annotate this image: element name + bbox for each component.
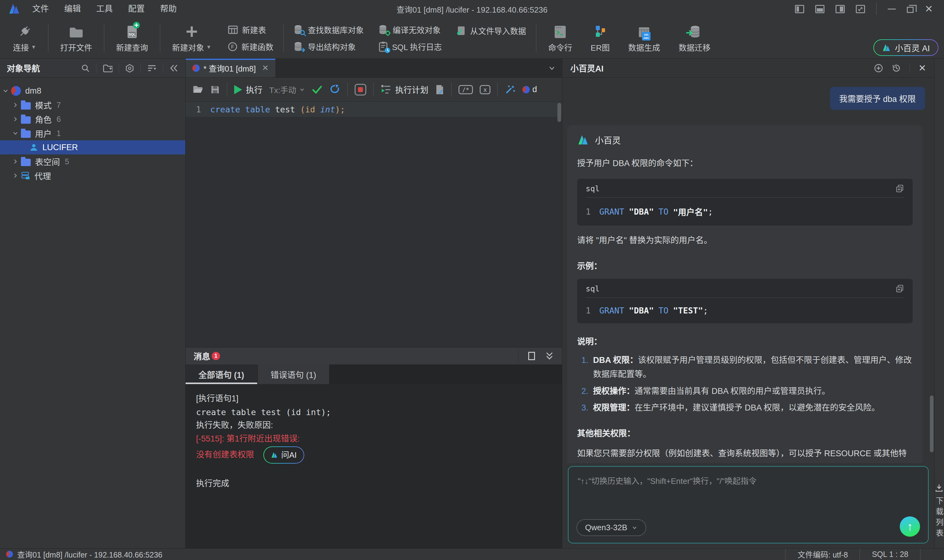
tab-list-chevron-icon[interactable] — [548, 58, 556, 77]
format-wand-icon[interactable] — [504, 85, 516, 95]
right-rail: 下载列表 — [934, 58, 944, 548]
ai-header-actions: ✕ — [874, 63, 926, 73]
code-line: 1GRANT"DBA"TO"TEST"; — [577, 298, 913, 323]
toggle-bottom-panel-icon[interactable] — [815, 5, 824, 13]
chevron-right-icon[interactable] — [10, 116, 21, 122]
chevron-down-icon[interactable] — [0, 88, 11, 94]
toggle-left-panel-icon[interactable] — [795, 5, 804, 13]
import-data-from-file-button[interactable]: 从文件导入数据 — [457, 25, 526, 36]
new-function-button[interactable]: F 新建函数 — [228, 41, 273, 52]
menu-tools[interactable]: 工具 — [88, 0, 120, 18]
restore-button[interactable] — [907, 7, 913, 13]
divider — [96, 63, 97, 73]
close-panel-icon[interactable]: ✕ — [918, 63, 926, 73]
chevron-right-icon[interactable] — [10, 102, 21, 108]
new-chat-plus-icon[interactable] — [874, 63, 883, 73]
tree-item-roles[interactable]: 角色 6 — [0, 112, 185, 126]
ai-assistant-button[interactable]: 小百灵 AI — [873, 39, 938, 56]
ai-complete-toggle[interactable]: d — [522, 85, 537, 94]
copy-code-icon[interactable] — [895, 184, 904, 193]
minimize-button[interactable] — [888, 9, 896, 9]
open-file-button[interactable]: 打开文件 — [51, 23, 102, 53]
editor-toolbar: 执行 Tx:手动 — [186, 78, 562, 102]
tree-item-dm8[interactable]: dm8 — [0, 84, 185, 98]
table-grid-icon — [228, 26, 238, 34]
menu-file[interactable]: 文件 — [25, 0, 57, 18]
compile-invalid-object-button[interactable]: 编译无效对象 — [379, 24, 442, 35]
sort-list-icon[interactable] — [147, 64, 157, 72]
find-db-object-button[interactable]: 查找数据库对象 — [294, 24, 364, 35]
data-migrate-button[interactable]: 数据迁移 — [669, 23, 720, 53]
maximize-panel-icon[interactable] — [528, 352, 535, 360]
new-object-button[interactable]: 新建对象▼ — [163, 23, 221, 53]
tab-query01[interactable]: * 查询01 [dm8] ✕ — [186, 58, 275, 77]
window-controls-divider — [876, 3, 877, 15]
code-language-label: sql — [586, 284, 600, 293]
download-list-toggle[interactable]: 下载列表 — [933, 484, 944, 540]
tx-mode-select[interactable]: Tx:手动 — [269, 84, 305, 95]
close-button[interactable]: ✕ — [925, 4, 933, 14]
ai-input-box[interactable]: "↑↓"切换历史输入，"Shift+Enter"换行，"/"唤起指令 Qwen3… — [568, 466, 929, 543]
tree-count: 5 — [65, 157, 69, 166]
chevron-right-icon[interactable] — [10, 172, 21, 179]
send-button[interactable]: ↑ — [900, 516, 920, 537]
menu-edit[interactable]: 编辑 — [57, 0, 88, 18]
tree-item-schemas[interactable]: 模式 7 — [0, 98, 185, 112]
tab-error-statements[interactable]: 错误语句 (1) — [258, 365, 330, 384]
editor-scrollbar-thumb[interactable] — [557, 103, 561, 122]
folder-icon — [21, 116, 31, 124]
commit-check-icon[interactable] — [312, 85, 322, 95]
menu-help[interactable]: 帮助 — [153, 0, 184, 18]
tree-item-users[interactable]: 用户 1 — [0, 126, 185, 140]
tab-all-statements[interactable]: 全部语句 (1) — [186, 365, 258, 384]
history-clock-icon[interactable] — [892, 63, 901, 73]
script-export-icon[interactable] — [435, 85, 444, 95]
chat-scrollbar-thumb[interactable] — [930, 395, 933, 452]
rollback-undo-icon[interactable] — [329, 85, 341, 95]
menu-config[interactable]: 配置 — [120, 0, 153, 18]
explain-plan-button[interactable]: 执行计划 — [380, 83, 428, 95]
filter-hexagon-icon[interactable] — [125, 63, 134, 73]
error-message-row: 没有创建表权限 问AI — [196, 446, 552, 464]
new-query-button[interactable]: SQL 新建查询 — [107, 23, 157, 53]
tree-item-lucifer[interactable]: LUCIFER — [0, 140, 185, 154]
table-function-group: 新建表 F 新建函数 — [221, 21, 281, 55]
chevron-right-icon[interactable] — [10, 158, 21, 165]
tab-close-icon[interactable]: ✕ — [262, 63, 269, 73]
sql-exec-log-button[interactable]: SQL 执行日志 — [379, 41, 442, 52]
statusbar-connection: 查询01 [dm8] /lucifer - 192.168.40.66:5236 — [0, 549, 169, 560]
dm8-database-icon — [192, 65, 200, 72]
tree-label: 用户 — [35, 128, 52, 139]
collapse-panel-chevrons-icon[interactable] — [545, 352, 554, 360]
search-icon[interactable] — [81, 63, 90, 73]
new-table-button[interactable]: 新建表 — [228, 24, 273, 35]
new-folder-icon[interactable] — [103, 64, 113, 72]
stop-icon[interactable] — [355, 84, 366, 95]
connect-button[interactable]: 连接▼ — [4, 23, 45, 53]
ask-ai-button[interactable]: 问AI — [263, 446, 304, 464]
data-generate-button[interactable]: 101 ABC 数据生成 — [619, 23, 669, 53]
toggle-right-panel-icon[interactable] — [836, 5, 845, 13]
sql-code-block: sql 1GRANT"DBA"TO"TEST"; — [577, 279, 913, 323]
collapse-panel-icon[interactable] — [169, 64, 179, 72]
ai-chat-scroll[interactable]: 我需要授予 dba 权限 小百灵 授予用户 DBA 权限的命令如下： — [562, 78, 934, 463]
sql-editor[interactable]: 1 create table test (id int); — [186, 102, 562, 347]
save-icon[interactable] — [210, 85, 220, 95]
copy-code-icon[interactable] — [895, 284, 904, 293]
open-icon[interactable] — [192, 85, 204, 95]
tree-item-agent[interactable]: 代理 — [0, 169, 185, 183]
model-select[interactable]: Qwen3-32B — [577, 519, 646, 536]
statusbar-spacer — [920, 549, 944, 560]
comment-toggle-icon[interactable]: /* — [458, 85, 473, 94]
play-icon — [234, 85, 242, 94]
main-toolbar: 连接▼ 打开文件 SQL 新建查询 新建对象▼ — [0, 18, 944, 58]
command-line-button[interactable]: 命令行 — [539, 23, 582, 53]
tree-item-tablespaces[interactable]: 表空间 5 — [0, 154, 185, 169]
expand-layout-icon[interactable] — [856, 5, 865, 13]
run-button[interactable]: 执行 — [234, 83, 262, 95]
import-group: 从文件导入数据 — [449, 21, 534, 55]
uncomment-toggle-icon[interactable]: x — [480, 85, 491, 94]
export-struct-object-button[interactable]: 导出结构对象 — [294, 41, 364, 52]
chevron-down-icon[interactable] — [10, 130, 21, 136]
er-diagram-button[interactable]: ER图 — [582, 23, 619, 53]
